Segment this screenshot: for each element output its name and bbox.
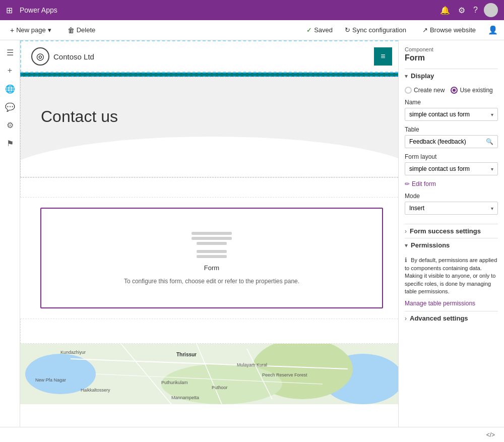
svg-text:Mulayam Kural: Mulayam Kural [237, 362, 267, 367]
sync-config-label: Sync configuration [352, 26, 406, 34]
form-layout-field-group: Form layout simple contact us form ▾ [405, 153, 498, 175]
form-placeholder-text: Form [204, 264, 219, 272]
bottom-gap [20, 319, 398, 344]
form-line-3 [197, 242, 227, 245]
sidebar-icon-comment[interactable]: 💬 [2, 99, 18, 115]
form-line-1 [192, 232, 232, 235]
section-gap-1 [20, 177, 398, 198]
svg-text:Puthoor: Puthoor [212, 385, 228, 390]
table-value: Feedback (feedback) [409, 138, 466, 145]
manage-permissions-link[interactable]: Manage table permissions [405, 300, 475, 307]
svg-text:New Pfa Nagar: New Pfa Nagar [35, 377, 66, 383]
check-icon: ✓ [306, 26, 312, 34]
app-name: Power Apps [20, 6, 433, 14]
sidebar-icon-globe[interactable]: 🌐 [2, 81, 18, 97]
notification-icon[interactable]: 🔔 [438, 4, 452, 17]
browse-website-button[interactable]: ↗ Browse website [418, 24, 480, 36]
permissions-chevron-icon: ▾ [405, 242, 408, 249]
hamburger-button[interactable]: ≡ [374, 47, 392, 66]
site-header: ◎ Contoso Ltd ≡ [20, 40, 398, 73]
map-svg: Thrissur Kundazhiyur Mulayam Kural Peech… [20, 344, 398, 404]
use-existing-label: Use existing [460, 87, 492, 94]
avatar[interactable] [484, 3, 498, 17]
mode-chevron: ▾ [491, 206, 493, 211]
mode-dropdown[interactable]: Insert ▾ [405, 202, 498, 215]
code-view-button[interactable]: </> [483, 430, 498, 439]
svg-text:Kundazhiyur: Kundazhiyur [60, 350, 86, 355]
panel-component-label: Component [405, 46, 498, 52]
settings-icon[interactable]: ⚙ [456, 4, 467, 17]
sidebar-icon-pages[interactable]: ☰ [2, 44, 18, 60]
advanced-label: Advanced settings [410, 314, 468, 322]
left-sidebar: ☰ + 🌐 💬 ⚙ ⚑ [0, 40, 20, 427]
help-icon[interactable]: ? [471, 4, 480, 17]
toolbar-right: ✓ Saved ↻ Sync configuration ↗ Browse we… [306, 24, 498, 36]
hamburger-icon: ≡ [381, 52, 385, 61]
delete-button[interactable]: 🗑 Delete [64, 24, 100, 36]
permissions-section-header[interactable]: ▾ Permissions [405, 238, 498, 252]
info-icon: ℹ [405, 257, 407, 264]
use-existing-radio-circle [451, 87, 458, 94]
form-layout-dropdown[interactable]: simple contact us form ▾ [405, 162, 498, 175]
display-chevron-icon: ▾ [405, 73, 408, 80]
svg-text:Mannampetta: Mannampetta [171, 395, 199, 400]
use-existing-radio[interactable]: Use existing [451, 87, 492, 94]
search-icon: 🔍 [486, 138, 493, 145]
name-dropdown-value: simple contact us form [409, 111, 470, 118]
create-new-radio-circle [405, 87, 412, 94]
sync-icon: ↻ [345, 26, 350, 34]
advanced-chevron-icon: › [405, 315, 407, 322]
logo-text: Contoso Ltd [53, 52, 94, 61]
sidebar-icon-settings[interactable]: ⚙ [2, 117, 18, 133]
plus-icon: + [10, 26, 14, 34]
form-layout-chevron: ▾ [491, 166, 493, 172]
advanced-section-header[interactable]: › Advanced settings [405, 311, 498, 325]
form-section[interactable]: Form To configure this form, choose edit… [20, 198, 398, 319]
svg-text:Puthurikulam: Puthurikulam [161, 380, 188, 385]
form-line-4 [197, 250, 227, 253]
external-link-icon: ↗ [422, 26, 428, 34]
site-logo: ◎ Contoso Ltd [31, 47, 94, 66]
sync-config-button[interactable]: ↻ Sync configuration [341, 24, 410, 36]
new-page-button[interactable]: + New page ▾ [6, 24, 55, 36]
permissions-label: Permissions [411, 241, 450, 249]
name-field-label: Name [405, 99, 498, 106]
display-label: Display [411, 72, 434, 80]
edit-form-label: Edit form [412, 180, 436, 187]
panel-title: Form [405, 53, 498, 62]
delete-icon: 🗑 [68, 26, 75, 34]
form-success-chevron-icon: › [405, 228, 407, 235]
delete-label: Delete [77, 26, 96, 34]
toolbar: + New page ▾ 🗑 Delete ✓ Saved ↻ Sync con… [0, 20, 504, 40]
permissions-text: ℹ By default, permissions are applied to… [405, 256, 498, 295]
user-icon[interactable]: 👤 [488, 25, 498, 35]
page-content: ◎ Contoso Ltd ≡ Contact us [20, 40, 398, 427]
form-placeholder[interactable]: Form To configure this form, choose edit… [40, 208, 383, 308]
name-field-group: Name simple contact us form ▾ [405, 99, 498, 121]
mode-field-label: Mode [405, 193, 498, 200]
sidebar-icon-add[interactable]: + [2, 62, 18, 79]
create-new-radio[interactable]: Create new [405, 87, 445, 94]
edit-form-link[interactable]: ✏ Edit form [405, 180, 498, 187]
mode-field-group: Mode Insert ▾ [405, 193, 498, 215]
app-grid-icon: ⊞ [6, 6, 13, 15]
table-search-input[interactable]: Feedback (feedback) 🔍 [405, 135, 498, 148]
name-dropdown[interactable]: simple contact us form ▾ [405, 108, 498, 121]
form-layout-label: Form layout [405, 153, 498, 160]
accent-bar [20, 73, 398, 77]
logo-icon: ◎ [31, 47, 49, 66]
form-placeholder-subtext: To configure this form, choose edit or r… [124, 278, 299, 285]
browse-website-label: Browse website [430, 26, 476, 34]
saved-label: Saved [314, 26, 333, 34]
form-success-section-header[interactable]: › Form success settings [405, 224, 498, 238]
svg-text:Peech Reserve Forest: Peech Reserve Forest [262, 372, 307, 377]
map-city-label: Thrissur [176, 352, 197, 357]
sidebar-icon-flag[interactable]: ⚑ [2, 135, 18, 151]
table-field-group: Table Feedback (feedback) 🔍 [405, 126, 498, 148]
create-new-label: Create new [414, 87, 445, 94]
form-line-5 [197, 255, 227, 258]
form-line-2 [192, 237, 232, 240]
permissions-content: ℹ By default, permissions are applied to… [405, 252, 498, 311]
bottom-bar: </> [0, 427, 504, 442]
display-section-header[interactable]: ▾ Display [405, 69, 498, 83]
